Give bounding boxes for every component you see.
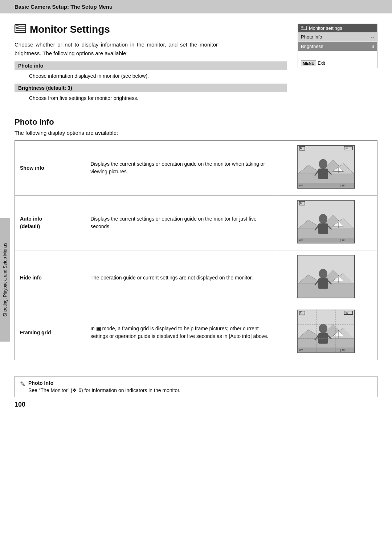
camera-preview-framing-grid: IN 6M [ 18]	[297, 310, 355, 353]
menu-title: Monitor settings	[298, 24, 377, 32]
note-content: Photo Info See “The Monitor” (❖ 6) for i…	[28, 380, 180, 393]
svg-rect-6	[302, 27, 303, 28]
option-header-brightness: Brightness (default: 3)	[15, 84, 287, 92]
row-desc-show-info: Displays the current settings or operati…	[85, 141, 275, 196]
top-banner: Basic Camera Setup: The Setup Menu	[0, 0, 392, 13]
photo-info-subtitle: The following display options are availa…	[15, 130, 377, 136]
table-row: Hide info The operation guide or current…	[15, 250, 377, 305]
option-desc-photo-info: Choose information displayed in monitor …	[15, 72, 287, 80]
note-title: Photo Info	[28, 380, 180, 386]
svg-rect-1	[16, 26, 18, 28]
row-label-show-info: Show info	[15, 141, 85, 196]
svg-point-35	[319, 214, 327, 224]
camera-preview-auto-info: 6M [ 18]	[297, 200, 355, 243]
svg-text:6M: 6M	[299, 348, 303, 352]
menu-screenshot: Monitor settings Photo info -- Brightnes…	[298, 24, 377, 68]
row-label-framing-grid: Framing grid	[15, 305, 85, 360]
note-icon: ✎	[20, 380, 25, 388]
menu-item-photo-info: Photo info --	[298, 32, 377, 42]
svg-rect-76	[298, 347, 354, 352]
row-desc-auto-info: Displays the current settings or operati…	[85, 196, 275, 250]
photo-info-table: Show info Displays the current settings …	[15, 140, 377, 360]
option-desc-brightness: Choose from five settings for monitor br…	[15, 94, 287, 102]
svg-text:[ 18]: [ 18]	[340, 348, 346, 352]
intro-text: Choose whether or not to display informa…	[15, 40, 218, 58]
row-image-framing-grid: IN 6M [ 18]	[275, 305, 377, 360]
title-row: Monitor Settings Choose whether or not t…	[15, 24, 377, 106]
svg-text:6M: 6M	[299, 239, 303, 242]
menu-item-brightness: Brightness 3	[298, 42, 377, 51]
photo-info-title: Photo Info	[15, 117, 377, 127]
svg-point-64	[319, 324, 327, 334]
svg-text:IN: IN	[346, 312, 348, 314]
row-desc-framing-grid: In ▣ mode, a framing grid is displayed t…	[85, 305, 275, 360]
sidebar-label: Shooting, Playback, and Setup Menus	[0, 218, 10, 342]
monitor-icon	[15, 24, 26, 35]
svg-rect-24	[298, 183, 354, 188]
table-row: Auto info(default) Displays the current …	[15, 196, 377, 250]
bottom-note: ✎ Photo Info See “The Monitor” (❖ 6) for…	[15, 376, 377, 397]
main-content: Monitor Settings Choose whether or not t…	[0, 13, 392, 423]
svg-rect-36	[318, 223, 328, 234]
option-brightness: Brightness (default: 3) Choose from five…	[15, 84, 287, 102]
svg-rect-41	[298, 238, 354, 243]
table-row: Show info Displays the current settings …	[15, 141, 377, 196]
row-image-show-info: IN 6M [ 18]	[275, 141, 377, 196]
menu-footer: MENU Exit	[298, 59, 377, 68]
note-desc: See “The Monitor” (❖ 6) for information …	[28, 387, 180, 393]
option-photo-info: Photo info Choose information displayed …	[15, 61, 287, 80]
option-header-photo-info: Photo info	[15, 61, 287, 70]
svg-text:6M: 6M	[299, 184, 303, 187]
row-label-auto-info: Auto info(default)	[15, 196, 85, 250]
svg-point-52	[319, 269, 327, 279]
menu-btn: MENU	[301, 60, 316, 66]
svg-text:[ 18]: [ 18]	[340, 184, 346, 187]
svg-text:IN: IN	[346, 147, 348, 150]
row-desc-hide-info: The operation guide or current settings …	[85, 250, 275, 305]
svg-rect-16	[318, 169, 328, 179]
row-label-hide-info: Hide info	[15, 250, 85, 305]
table-row: Framing grid In ▣ mode, a framing grid i…	[15, 305, 377, 360]
page-number: 100	[15, 401, 377, 408]
svg-point-15	[319, 159, 327, 169]
svg-text:[ 18]: [ 18]	[340, 239, 346, 242]
page-title: Monitor Settings	[15, 24, 287, 35]
title-left: Monitor Settings Choose whether or not t…	[15, 24, 287, 106]
svg-rect-53	[318, 278, 328, 289]
row-image-auto-info: 6M [ 18]	[275, 196, 377, 250]
row-image-hide-info	[275, 250, 377, 305]
camera-preview-hide-info	[297, 255, 355, 298]
camera-preview-show-info: IN 6M [ 18]	[297, 145, 355, 189]
